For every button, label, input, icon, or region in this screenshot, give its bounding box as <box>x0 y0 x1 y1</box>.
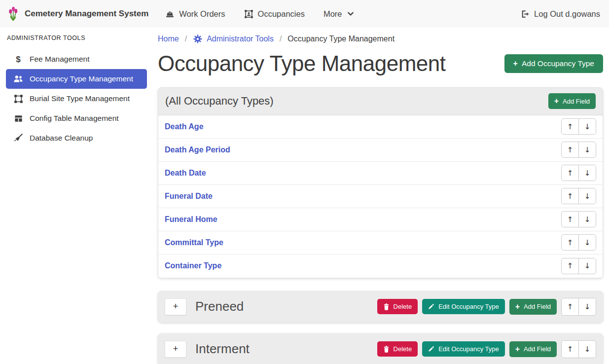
sidebar-item-burial-site-type-management[interactable]: Burial Site Type Management <box>6 89 147 109</box>
field-row: Container Type ↑ ↓ <box>158 255 603 278</box>
sidebar: ADMINISTRATOR TOOLS $ Fee Management Occ… <box>0 28 153 364</box>
move-down-button[interactable]: ↓ <box>578 234 596 251</box>
sidebar-item-fee-management[interactable]: $ Fee Management <box>6 49 147 69</box>
field-link[interactable]: Funeral Home <box>165 215 217 224</box>
delete-button[interactable]: Delete <box>377 299 418 314</box>
section-actions: Delete Edit Occupancy Type + Add Field ↑… <box>377 298 596 316</box>
field-link[interactable]: Death Age <box>165 122 204 131</box>
add-field-button[interactable]: + Add Field <box>509 341 557 357</box>
add-occupancy-type-label: Add Occupancy Type <box>522 59 594 68</box>
move-down-button[interactable]: ↓ <box>578 298 596 316</box>
add-field-label: Add Field <box>524 345 551 353</box>
move-up-button[interactable]: ↑ <box>561 118 579 135</box>
nav-item-occupancies[interactable]: Occupancies <box>244 9 305 19</box>
move-up-button[interactable]: ↑ <box>561 211 579 227</box>
expand-section-button[interactable]: + <box>165 298 186 315</box>
arrow-down-icon: ↓ <box>584 261 591 270</box>
move-up-button[interactable]: ↑ <box>561 142 579 158</box>
nav-item-label: Work Orders <box>179 9 225 19</box>
edit-occupancy-type-label: Edit Occupancy Type <box>438 345 499 353</box>
sidebar-item-config-table-management[interactable]: Config Table Management <box>6 109 147 128</box>
add-field-label: Add Field <box>524 303 551 310</box>
arrow-up-icon: ↑ <box>567 238 573 247</box>
top-navbar: Cemetery Management System Work Orders O… <box>0 0 609 28</box>
plus-icon: + <box>173 344 179 354</box>
nav-item-more[interactable]: More <box>323 9 355 19</box>
move-up-button[interactable]: ↑ <box>561 298 579 316</box>
breadcrumb-home-link[interactable]: Home <box>158 35 179 43</box>
arrow-up-icon: ↑ <box>567 215 573 224</box>
breadcrumb-admin-tools-link[interactable]: Administrator Tools <box>193 34 274 44</box>
move-up-button[interactable]: ↑ <box>561 340 579 358</box>
move-down-button[interactable]: ↓ <box>578 118 596 135</box>
add-field-button[interactable]: + Add Field <box>548 93 596 109</box>
edit-occupancy-type-button[interactable]: Edit Occupancy Type <box>422 341 505 357</box>
fields-list: Death Age ↑ ↓ Death Age Period ↑ ↓ Death… <box>158 115 603 278</box>
occupancy-type-section: + Preneed Delete Edit Occupancy Type + <box>158 291 603 323</box>
move-up-button[interactable]: ↑ <box>561 188 579 204</box>
table-icon <box>12 114 25 123</box>
occupancy-type-section: + Interment Delete Edit Occupancy Type + <box>158 333 603 364</box>
reorder-buttons: ↑ ↓ <box>561 234 596 251</box>
vector-square-icon <box>12 94 25 104</box>
expand-section-button[interactable]: + <box>165 341 186 358</box>
arrow-down-icon: ↓ <box>584 302 591 311</box>
sidebar-item-database-cleanup[interactable]: Database Cleanup <box>6 128 147 148</box>
field-link[interactable]: Death Age Period <box>165 146 230 154</box>
move-up-button[interactable]: ↑ <box>561 234 579 251</box>
sidebar-item-occupancy-type-management[interactable]: Occupancy Type Management <box>6 69 147 89</box>
field-link[interactable]: Container Type <box>165 261 221 270</box>
field-link[interactable]: Committal Type <box>165 238 223 247</box>
plus-icon: + <box>515 303 520 311</box>
move-down-button[interactable]: ↓ <box>578 211 596 227</box>
tulip-logo-icon <box>7 6 20 21</box>
arrow-down-icon: ↓ <box>584 238 591 247</box>
edit-occupancy-type-label: Edit Occupancy Type <box>438 303 499 310</box>
breadcrumb: Home / <box>158 32 603 44</box>
move-up-button[interactable]: ↑ <box>561 165 579 181</box>
reorder-buttons: ↑ ↓ <box>561 211 596 227</box>
reorder-buttons: ↑ ↓ <box>561 298 596 316</box>
move-down-button[interactable]: ↓ <box>578 340 596 358</box>
add-field-button[interactable]: + Add Field <box>509 299 557 315</box>
plus-icon: + <box>173 301 179 312</box>
breadcrumb-separator: / <box>280 35 282 43</box>
edit-occupancy-type-button[interactable]: Edit Occupancy Type <box>422 299 505 314</box>
arrow-down-icon: ↓ <box>584 169 591 178</box>
delete-button[interactable]: Delete <box>377 341 418 357</box>
field-row: Funeral Date ↑ ↓ <box>158 185 603 208</box>
breadcrumb-admin-tools-label: Administrator Tools <box>207 35 274 43</box>
move-down-button[interactable]: ↓ <box>578 142 596 158</box>
field-link[interactable]: Death Date <box>165 169 206 178</box>
plus-icon: + <box>515 345 520 353</box>
all-occupancy-types-title: (All Occupancy Types) <box>165 95 274 108</box>
delete-label: Delete <box>394 303 412 310</box>
add-occupancy-type-button[interactable]: + Add Occupancy Type <box>504 54 603 73</box>
plus-icon: + <box>513 60 518 68</box>
broom-icon <box>12 133 25 143</box>
pencil-icon <box>428 303 434 310</box>
app-title: Cemetery Management System <box>25 9 148 19</box>
all-occupancy-types-header: (All Occupancy Types) + Add Field <box>158 88 603 115</box>
section-title: Interment <box>195 341 250 357</box>
hard-hat-icon <box>165 9 175 19</box>
arrow-down-icon: ↓ <box>584 345 591 354</box>
sidebar-item-label: Database Cleanup <box>30 134 93 143</box>
move-down-button[interactable]: ↓ <box>578 188 596 204</box>
logout-button[interactable]: Log Out d.gowans <box>520 9 600 19</box>
reorder-buttons: ↑ ↓ <box>561 258 596 274</box>
page-title: Occupancy Type Management <box>158 51 445 76</box>
pencil-icon <box>428 346 434 352</box>
move-down-button[interactable]: ↓ <box>578 165 596 181</box>
all-occupancy-types-card: (All Occupancy Types) + Add Field Death … <box>158 87 603 278</box>
nav-item-work-orders[interactable]: Work Orders <box>165 9 225 19</box>
add-field-label: Add Field <box>563 98 590 105</box>
field-link[interactable]: Funeral Date <box>165 192 213 201</box>
arrow-up-icon: ↑ <box>567 261 573 270</box>
move-down-button[interactable]: ↓ <box>578 258 596 274</box>
field-row: Death Age ↑ ↓ <box>158 115 603 139</box>
breadcrumb-current: Occupancy Type Management <box>287 35 394 43</box>
move-up-button[interactable]: ↑ <box>561 258 579 274</box>
occupancy-frame-icon <box>244 9 253 19</box>
app-brand[interactable]: Cemetery Management System <box>7 6 148 21</box>
